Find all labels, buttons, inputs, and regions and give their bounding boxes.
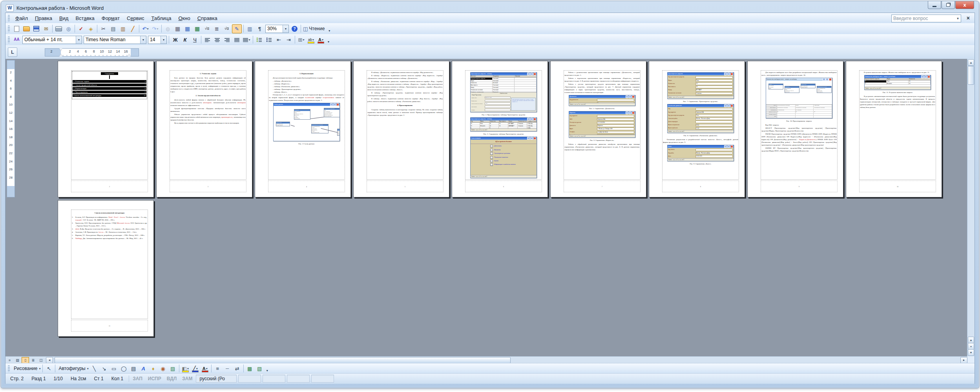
web-layout-view-button[interactable]: ▤ bbox=[14, 357, 21, 363]
equation-button[interactable]: √α bbox=[203, 25, 212, 33]
figure-field-value[interactable] bbox=[695, 149, 733, 151]
right-indent-marker[interactable] bbox=[128, 52, 131, 57]
dash-style-button[interactable]: ┄ bbox=[223, 365, 232, 373]
new-document-button[interactable] bbox=[12, 25, 21, 33]
figure-field-value[interactable]: 16 bbox=[695, 82, 733, 85]
toolbar-options-chevron[interactable]: ▾ bbox=[327, 24, 332, 33]
scroll-up-button[interactable]: ▲ bbox=[968, 59, 974, 66]
normal-view-button[interactable]: ≡ bbox=[6, 357, 13, 363]
scroll-right-button[interactable]: ► bbox=[960, 357, 967, 363]
horizontal-scroll-track[interactable] bbox=[54, 357, 958, 363]
status-mode-испр[interactable]: ИСПР bbox=[146, 375, 163, 382]
paste-button[interactable]: ▥ bbox=[119, 25, 128, 33]
document-map-button[interactable]: ▥ bbox=[245, 25, 254, 33]
font-size-combobox[interactable]: 14▾ bbox=[148, 36, 167, 44]
line-button[interactable]: ╲ bbox=[90, 365, 99, 373]
print-button[interactable] bbox=[54, 25, 63, 33]
font-combobox[interactable]: Times New Roman▾ bbox=[84, 36, 146, 44]
borders-button[interactable]: ⊞▾ bbox=[297, 36, 306, 44]
underline-button[interactable]: Ч bbox=[190, 36, 199, 44]
shadow-style-button[interactable]: ▩ bbox=[245, 365, 254, 373]
redo-button[interactable]: ↷▾ bbox=[151, 25, 160, 33]
figure-menu-item[interactable]: Информация о свободных местах bbox=[490, 163, 537, 166]
open-button[interactable] bbox=[22, 25, 31, 33]
toc-entry[interactable]: 4. Проектирование8 bbox=[73, 91, 146, 93]
menu-сервис[interactable]: Сервис bbox=[123, 14, 148, 23]
select-objects-button[interactable]: ↖ bbox=[44, 365, 53, 373]
figure-field-value[interactable]: +7 (495) 742-78-55 bbox=[597, 131, 635, 134]
figure-menu-item[interactable]: Билет bbox=[490, 160, 537, 162]
email-button[interactable]: ✉ bbox=[42, 25, 51, 33]
tables-and-borders-button[interactable]: ▦ bbox=[173, 25, 182, 33]
figure-field-value[interactable]: Черненко В.А. bbox=[695, 111, 733, 114]
clip-art-button[interactable]: ◉ bbox=[159, 365, 168, 373]
line-color-button[interactable]: ╱▾ bbox=[191, 365, 200, 373]
figure-menu-button-icon[interactable] bbox=[490, 156, 493, 159]
align-center-button[interactable] bbox=[213, 36, 222, 44]
insert-hyperlink-button[interactable]: ◍ bbox=[163, 25, 172, 33]
copy-button[interactable]: ▤ bbox=[109, 25, 118, 33]
document-page[interactable]: 9Для подсчета свободных мест был разрабо… bbox=[747, 61, 843, 197]
toolbar-options-chevron[interactable]: ▾ bbox=[265, 364, 270, 373]
chevron-down-icon[interactable]: ▾ bbox=[955, 16, 961, 20]
figure-field-value[interactable] bbox=[695, 120, 733, 123]
wordart-button[interactable]: A bbox=[139, 365, 148, 373]
drawing-font-color-button[interactable]: А▾ bbox=[201, 365, 210, 373]
horizontal-scroll-thumb[interactable] bbox=[55, 357, 511, 363]
arrow-style-button[interactable]: ⇄ bbox=[233, 365, 242, 373]
bulleted-list-button[interactable] bbox=[265, 36, 274, 44]
horizontal-ruler[interactable]: 2246810121416 bbox=[45, 48, 139, 57]
toc-entry[interactable]: 2. Анализ предметной области3 bbox=[73, 84, 146, 86]
chevron-down-icon[interactable]: ▾ bbox=[76, 36, 82, 44]
menu-формат[interactable]: Формат bbox=[98, 14, 123, 23]
document-page[interactable]: 7Работа с должностями организована при п… bbox=[550, 61, 646, 197]
highlight-button[interactable]: ab▾ bbox=[307, 36, 316, 44]
print-preview-button[interactable]: ◎ bbox=[64, 25, 73, 33]
numbered-list-button[interactable] bbox=[255, 36, 264, 44]
status-language[interactable]: русский (Ро bbox=[196, 375, 237, 383]
figure-field-value[interactable]: Черненко В.А. bbox=[597, 118, 635, 121]
toolbar-grip[interactable] bbox=[8, 15, 10, 22]
style-combobox[interactable]: Обычный + 14 пт,▾ bbox=[22, 36, 82, 44]
figure-field-value[interactable]: Рено bbox=[695, 79, 733, 82]
bold-button[interactable]: Ж bbox=[171, 36, 180, 44]
toolbar-grip[interactable] bbox=[8, 365, 10, 372]
justify-button[interactable] bbox=[232, 36, 241, 44]
status-mode-вдл[interactable]: ВДЛ bbox=[165, 375, 179, 382]
status-mode-зам[interactable]: ЗАМ bbox=[180, 375, 194, 382]
document-page[interactable]: 11Список использованной литературы1.Беза… bbox=[58, 200, 154, 337]
line-style-button[interactable]: ≡ bbox=[213, 365, 222, 373]
align-left-button[interactable] bbox=[203, 36, 212, 44]
tab-selector[interactable]: L bbox=[8, 47, 17, 57]
toc-entry[interactable]: Список использованной литературы11 bbox=[73, 94, 146, 97]
figure-field-value[interactable]: АТ77АА77 bbox=[695, 89, 733, 91]
increase-indent-button[interactable]: ⇥ bbox=[284, 36, 293, 44]
figure-menu-button-icon[interactable] bbox=[490, 149, 493, 151]
document-page[interactable]: 6Транспортные средства : таблица×Имя пол… bbox=[452, 61, 548, 197]
document-page[interactable]: 31. Уточнение задачиБаза данных по прода… bbox=[156, 61, 252, 197]
decrease-indent-button[interactable]: ⇤ bbox=[274, 36, 283, 44]
document-page[interactable]: 5В таблице «Должности» первичным ключом … bbox=[353, 61, 449, 197]
insert-excel-worksheet-button[interactable]: ▦ bbox=[193, 25, 202, 33]
figure-field-value[interactable] bbox=[597, 115, 635, 118]
figure-field-value[interactable]: Водитель bbox=[597, 124, 635, 127]
previous-page-button[interactable]: ▲ bbox=[968, 337, 974, 343]
next-page-button[interactable]: ▼ bbox=[968, 349, 974, 356]
document-page[interactable]: 2Содержание1. Уточнение задачи32. Анализ… bbox=[58, 61, 154, 197]
document-close-icon[interactable]: × bbox=[967, 15, 970, 21]
save-button[interactable] bbox=[32, 25, 41, 33]
research-button[interactable]: ◈ bbox=[86, 25, 95, 33]
toolbar-options-chevron[interactable]: ▾ bbox=[326, 35, 331, 44]
zoom-combobox[interactable]: 30%▾ bbox=[265, 25, 289, 33]
menu-таблица[interactable]: Таблица bbox=[148, 14, 175, 23]
status-mode-зап[interactable]: ЗАП bbox=[131, 375, 144, 382]
columns-button[interactable]: ≣ bbox=[212, 25, 221, 33]
figure-menu-button-icon[interactable] bbox=[490, 160, 493, 162]
format-painter-button[interactable]: ╱ bbox=[128, 25, 137, 33]
menu-файл[interactable]: Файл bbox=[12, 14, 31, 23]
styles-pane-button[interactable]: АА bbox=[12, 36, 21, 44]
figure-menu-button-icon[interactable] bbox=[490, 152, 493, 155]
figure-menu-item[interactable]: Должности bbox=[490, 145, 537, 148]
select-browse-object-button[interactable]: ● bbox=[968, 343, 974, 350]
figure-field-value[interactable]: Отличное bbox=[695, 92, 733, 95]
